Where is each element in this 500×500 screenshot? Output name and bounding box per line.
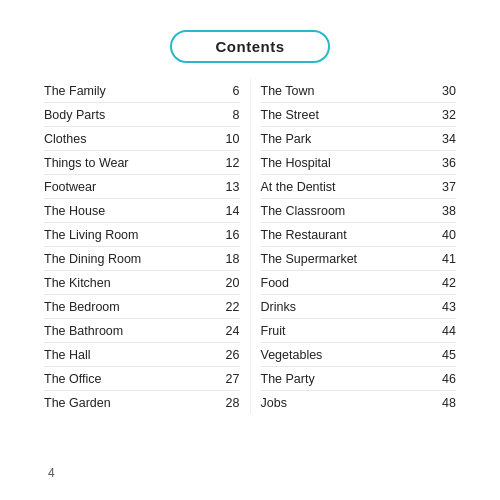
list-item: The Town30 [261,79,457,103]
list-item: Vegetables45 [261,343,457,367]
entry-page: 22 [220,300,240,314]
entry-page: 32 [436,108,456,122]
page: Contents The Family6Body Parts8Clothes10… [20,10,480,490]
list-item: Fruit44 [261,319,457,343]
entry-page: 38 [436,204,456,218]
entry-page: 14 [220,204,240,218]
list-item: The Park34 [261,127,457,151]
entry-label: Drinks [261,300,296,314]
entry-page: 34 [436,132,456,146]
list-item: The Hospital36 [261,151,457,175]
entry-page: 44 [436,324,456,338]
list-item: The Family6 [44,79,240,103]
entry-label: The Office [44,372,101,386]
page-number: 4 [48,466,55,480]
entry-page: 18 [220,252,240,266]
list-item: The Street32 [261,103,457,127]
entry-page: 24 [220,324,240,338]
entry-label: The House [44,204,105,218]
list-item: Footwear13 [44,175,240,199]
column-divider [250,79,251,414]
list-item: The House14 [44,199,240,223]
list-item: The Office27 [44,367,240,391]
list-item: The Party46 [261,367,457,391]
entry-label: Fruit [261,324,286,338]
list-item: The Hall26 [44,343,240,367]
list-item: Things to Wear12 [44,151,240,175]
entry-label: The Supermarket [261,252,358,266]
entry-page: 8 [220,108,240,122]
entry-label: Things to Wear [44,156,129,170]
entry-label: The Party [261,372,315,386]
entry-label: Clothes [44,132,86,146]
entry-label: At the Dentist [261,180,336,194]
entry-label: The Dining Room [44,252,141,266]
entry-page: 45 [436,348,456,362]
entry-page: 30 [436,84,456,98]
left-column: The Family6Body Parts8Clothes10Things to… [44,79,240,414]
entry-page: 6 [220,84,240,98]
list-item: The Garden28 [44,391,240,414]
entry-label: The Hall [44,348,91,362]
entry-page: 26 [220,348,240,362]
list-item: Jobs48 [261,391,457,414]
entry-label: Food [261,276,290,290]
right-column: The Town30The Street32The Park34The Hosp… [261,79,457,414]
list-item: Drinks43 [261,295,457,319]
entry-label: Footwear [44,180,96,194]
entry-label: The Hospital [261,156,331,170]
entry-page: 40 [436,228,456,242]
entry-page: 20 [220,276,240,290]
entry-label: Vegetables [261,348,323,362]
entry-page: 42 [436,276,456,290]
entry-page: 46 [436,372,456,386]
list-item: The Bedroom22 [44,295,240,319]
entry-page: 27 [220,372,240,386]
list-item: Body Parts8 [44,103,240,127]
entry-label: The Restaurant [261,228,347,242]
entry-page: 28 [220,396,240,410]
list-item: The Restaurant40 [261,223,457,247]
list-item: The Classroom38 [261,199,457,223]
entry-page: 13 [220,180,240,194]
entry-label: The Street [261,108,319,122]
entry-page: 43 [436,300,456,314]
entry-page: 10 [220,132,240,146]
list-item: The Bathroom24 [44,319,240,343]
entry-page: 37 [436,180,456,194]
entry-page: 16 [220,228,240,242]
list-item: The Living Room16 [44,223,240,247]
entry-page: 41 [436,252,456,266]
list-item: The Supermarket41 [261,247,457,271]
entry-label: The Living Room [44,228,139,242]
entry-label: The Bedroom [44,300,120,314]
entry-page: 36 [436,156,456,170]
list-item: At the Dentist37 [261,175,457,199]
entry-page: 48 [436,396,456,410]
list-item: The Dining Room18 [44,247,240,271]
list-item: The Kitchen20 [44,271,240,295]
entry-label: The Classroom [261,204,346,218]
entry-label: The Family [44,84,106,98]
entry-label: The Garden [44,396,111,410]
entry-label: The Kitchen [44,276,111,290]
contents-columns: The Family6Body Parts8Clothes10Things to… [44,79,456,414]
entry-page: 12 [220,156,240,170]
entry-label: Jobs [261,396,287,410]
entry-label: Body Parts [44,108,105,122]
list-item: Food42 [261,271,457,295]
contents-title: Contents [170,30,330,63]
entry-label: The Park [261,132,312,146]
entry-label: The Bathroom [44,324,123,338]
list-item: Clothes10 [44,127,240,151]
entry-label: The Town [261,84,315,98]
